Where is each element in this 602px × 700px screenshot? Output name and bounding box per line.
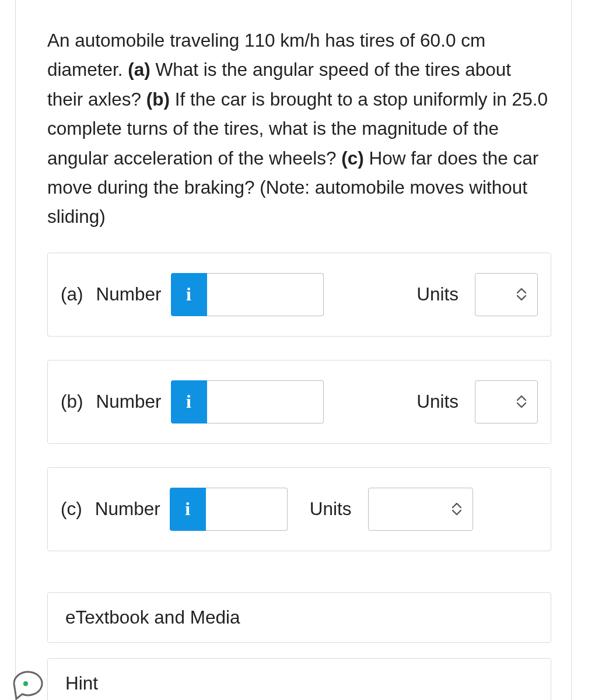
part-label-c: (c) xyxy=(61,498,82,520)
number-input-c[interactable] xyxy=(206,488,288,531)
number-input-a[interactable] xyxy=(207,273,324,316)
chevron-updown-icon xyxy=(516,395,527,408)
number-label-c: Number xyxy=(95,498,160,520)
svg-point-0 xyxy=(23,681,28,686)
part-label-b: (b) xyxy=(61,391,83,412)
question-card: An automobile traveling 110 km/h has tir… xyxy=(15,0,572,700)
chevron-updown-icon xyxy=(452,502,462,516)
etextbook-button[interactable]: eTextbook and Media xyxy=(47,592,551,643)
part-c-label: (c) xyxy=(341,148,364,169)
number-label-a: Number xyxy=(96,284,162,305)
number-input-group-b: i xyxy=(171,380,324,424)
number-label-b: Number xyxy=(96,391,162,412)
info-icon[interactable]: i xyxy=(171,380,207,424)
chevron-updown-icon xyxy=(516,288,527,301)
number-input-group-a: i xyxy=(171,273,324,316)
units-label-c: Units xyxy=(310,498,352,520)
part-b-label: (b) xyxy=(146,89,170,110)
units-label-b: Units xyxy=(416,391,459,412)
answer-row-b: (b) Number i Units xyxy=(47,360,551,444)
hint-button[interactable]: Hint xyxy=(47,658,551,700)
units-select-b[interactable] xyxy=(475,380,538,424)
question-text: An automobile traveling 110 km/h has tir… xyxy=(47,26,551,232)
number-input-b[interactable] xyxy=(207,380,324,424)
info-icon[interactable]: i xyxy=(171,273,207,316)
info-icon[interactable]: i xyxy=(170,488,206,531)
units-select-c[interactable] xyxy=(368,488,473,531)
part-a-label: (a) xyxy=(128,59,150,80)
answer-row-c: (c) Number i Units xyxy=(47,467,551,551)
number-input-group-c: i xyxy=(170,488,288,531)
part-label-a: (a) xyxy=(61,284,83,305)
units-label-a: Units xyxy=(416,284,459,305)
units-select-a[interactable] xyxy=(475,273,538,316)
answer-row-a: (a) Number i Units xyxy=(47,253,551,337)
chat-bubble-icon[interactable] xyxy=(9,666,47,700)
